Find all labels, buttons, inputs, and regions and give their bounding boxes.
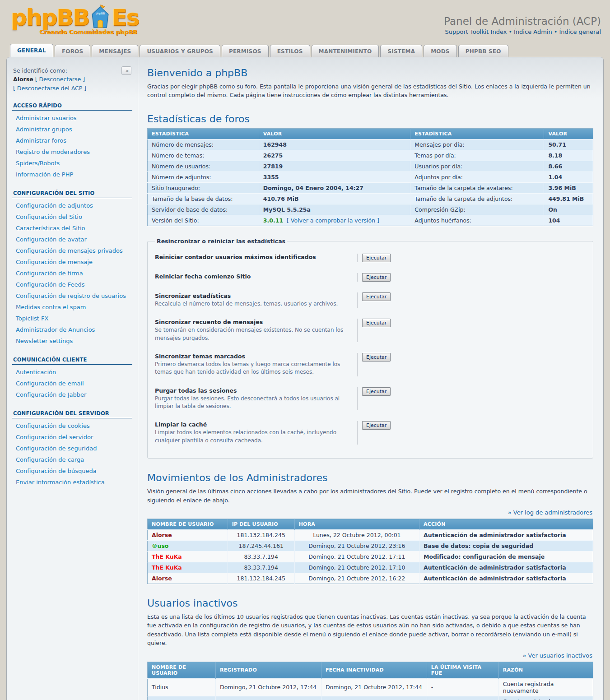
logout-link[interactable]: [ Desconectarse ] — [35, 76, 85, 83]
phpbb-es-logo[interactable]: phpBB phpBB Es Creando Comunidades phpBB — [11, 5, 139, 35]
action-text: Reiniciar fecha comienzo Sitio — [155, 273, 357, 282]
sidebar-item[interactable]: Enviar información estadística — [12, 477, 132, 488]
ejecutar-button[interactable]: Ejecutar — [362, 353, 391, 362]
stat-label: Número de usuarios: — [148, 161, 259, 172]
tab-sistema[interactable]: SISTEMA — [380, 45, 422, 57]
tab-usuarios-y-grupos[interactable]: USUARIOS Y GRUPOS — [140, 45, 220, 57]
log-row: Alorse181.132.184.245Lunes, 22 Octubre 2… — [148, 530, 593, 541]
inactive-users-text: Esta es una lista de los últimos 10 usua… — [147, 612, 593, 648]
sidebar-item[interactable]: Configuración de mensajes privados — [12, 245, 132, 256]
sidebar-item[interactable]: Configuración del servidor — [12, 431, 132, 443]
action-description: Primero desmarca todos los temas y luego… — [155, 361, 350, 376]
view-admin-log-link[interactable]: » Ver log de administradores — [148, 509, 592, 516]
sidebar-item[interactable]: Configuración de seguridad — [12, 443, 132, 454]
action-title: Limpiar la caché — [155, 421, 350, 428]
stat-value: 3.96 MiB — [544, 182, 593, 193]
sidebar-item[interactable]: Configuración de email — [12, 378, 132, 389]
tab-estilos[interactable]: ESTILOS — [270, 45, 310, 57]
sidebar-item[interactable]: Configuración de Feeds — [12, 279, 132, 290]
sidebar-item[interactable]: Administrar foros — [12, 135, 132, 146]
recheck-version-link[interactable]: [ Volver a comprobar la versión ] — [285, 217, 379, 224]
sidebar-item[interactable]: Configuración de avatar — [12, 234, 132, 245]
stat-value: 104 — [544, 215, 593, 226]
stat-value: 26275 — [259, 150, 410, 161]
stat-value: MySQL 5.5.25a — [259, 204, 410, 215]
header-link[interactable]: Support Toolkit Index — [445, 28, 507, 35]
sidebar-item[interactable]: Configuración de adjuntos — [12, 200, 132, 211]
stat-value: Domingo, 04 Enero 2004, 14:27 — [259, 182, 410, 193]
sidebar-item[interactable]: Características del Sitio — [12, 223, 132, 234]
sidebar-item[interactable]: Información de PHP — [12, 169, 132, 180]
sidebar-item[interactable]: Spiders/Robots — [12, 158, 132, 169]
inactive-user-row: TidiusDomingo, 21 Octubre 2012, 17:44Dom… — [148, 678, 593, 696]
tab-mantenimiento[interactable]: MANTENIMIENTO — [312, 45, 379, 57]
view-inactive-users-link[interactable]: » Ver usuarios inactivos — [148, 652, 592, 659]
log-username: ThE KuKa — [148, 562, 228, 573]
admin-log-table: NOMBRE DE USUARIOIP DEL USUARIOHORAACCIÓ… — [147, 519, 593, 584]
ejecutar-button[interactable]: Ejecutar — [362, 292, 391, 301]
tab-mods[interactable]: MODS — [424, 45, 457, 57]
tab-phpbb-seo[interactable]: PHPBB SEO — [458, 45, 508, 57]
header-links: Support Toolkit Index•Índice Admin•Índic… — [444, 28, 601, 35]
action-item: Reiniciar contador usuarios máximos iden… — [155, 254, 586, 262]
stat-label: Tamaño de la carpeta de adjuntos: — [410, 193, 544, 204]
action-title: Reiniciar contador usuarios máximos iden… — [155, 254, 350, 260]
sidebar-item[interactable]: Autenticación — [12, 366, 132, 378]
action-exec-cell: Ejecutar — [357, 292, 391, 308]
sidebar-item[interactable]: Registro de moderadores — [12, 146, 132, 158]
logout-acp-link[interactable]: [ Desconectarse del ACP ] — [13, 85, 86, 92]
sidebar-item[interactable]: Configuración de mensaje — [12, 256, 132, 268]
log-username: ®uso — [148, 541, 228, 552]
stat-value-text: MySQL 5.5.25a — [263, 206, 311, 213]
log-time: Lunes, 22 Octubre 2012, 00:01 — [294, 530, 419, 541]
stats-row: Número de usuarios:27819Usuarios por día… — [148, 161, 593, 172]
inactive-users-title: Usuarios inactivos — [147, 598, 593, 609]
action-title: Sincronizar recuento de mensajes — [155, 319, 350, 325]
sidebar-collapse-button[interactable]: ◄ — [121, 66, 131, 75]
last-visit: - — [427, 696, 498, 700]
stat-label: Adjuntos huérfanos: — [410, 215, 544, 226]
admin-log-text: Visión general de las últimas cinco acci… — [147, 487, 593, 505]
log-row: Alorse181.132.184.245Domingo, 21 Octubre… — [148, 573, 593, 584]
tab-permisos[interactable]: PERMISOS — [222, 45, 269, 57]
stat-label: Número de mensajes: — [148, 139, 259, 150]
ejecutar-button[interactable]: Ejecutar — [362, 254, 391, 262]
sidebar-item[interactable]: Configuración de Jabber — [12, 389, 132, 400]
log-row: ThE KuKa83.33.7.194Domingo, 21 Octubre 2… — [148, 562, 593, 573]
tab-mensajes[interactable]: MENSAJES — [92, 45, 138, 57]
ejecutar-button[interactable]: Ejecutar — [362, 319, 391, 327]
log-username: ThE KuKa — [148, 552, 228, 562]
user-box: ◄ Se identificó como: Alorse [ Desconect… — [12, 66, 132, 93]
ejecutar-button[interactable]: Ejecutar — [362, 273, 391, 282]
sidebar-item[interactable]: Administrador de Anuncios — [12, 324, 132, 335]
log-header-row: NOMBRE DE USUARIOIP DEL USUARIOHORAACCIÓ… — [148, 519, 593, 530]
tab-general[interactable]: GENERAL — [10, 44, 53, 57]
sidebar-section: COMUNICACIÓN CLIENTEAutenticaciónConfigu… — [12, 357, 132, 400]
tab-foros[interactable]: FOROS — [55, 45, 90, 57]
action-item: Sincronizar temas marcadosPrimero desmar… — [155, 353, 586, 376]
header-link[interactable]: Índice Admin — [514, 28, 552, 35]
stats-header-row: ESTADÍSTICAVALORESTADÍSTICAVALOR — [148, 128, 593, 139]
inactive-date: Domingo, 21 Octubre 2012, 17:44 — [321, 678, 427, 696]
sidebar-item[interactable]: Newsletter settings — [12, 335, 132, 347]
sidebar-item[interactable]: Administrar usuarios — [12, 112, 132, 124]
sidebar-item[interactable]: Configuración de cookies — [12, 420, 132, 431]
stat-value: 449.81 MiB — [544, 193, 593, 204]
header-link[interactable]: Índice general — [559, 28, 601, 35]
ejecutar-button[interactable]: Ejecutar — [362, 387, 391, 396]
sidebar-item[interactable]: Topiclist FX — [12, 313, 132, 324]
stat-label: Temas por día: — [410, 150, 544, 161]
ejecutar-button[interactable]: Ejecutar — [362, 421, 391, 430]
sidebar-item[interactable]: Administrar grupos — [12, 124, 132, 135]
sidebar-item[interactable]: Configuración del Sitio — [12, 211, 132, 223]
content: Bienvenido a phpBB Gracias por elegir ph… — [138, 57, 603, 700]
sidebar-item[interactable]: Configuración de firma — [12, 268, 132, 279]
stat-label: Usuarios por día: — [410, 161, 544, 172]
stats-row: Sitio Inaugurado:Domingo, 04 Enero 2004,… — [148, 182, 593, 193]
sidebar-item[interactable]: Configuración de registro de usuarios — [12, 290, 132, 301]
column-header: FECHA INACTIVIDAD — [321, 662, 427, 678]
sidebar-item[interactable]: Medidas contra el spam — [12, 301, 132, 313]
svg-text:phpBB: phpBB — [96, 12, 105, 15]
sidebar-item[interactable]: Configuración de búsqueda — [12, 465, 132, 477]
sidebar-item[interactable]: Configuración de carga — [12, 454, 132, 465]
